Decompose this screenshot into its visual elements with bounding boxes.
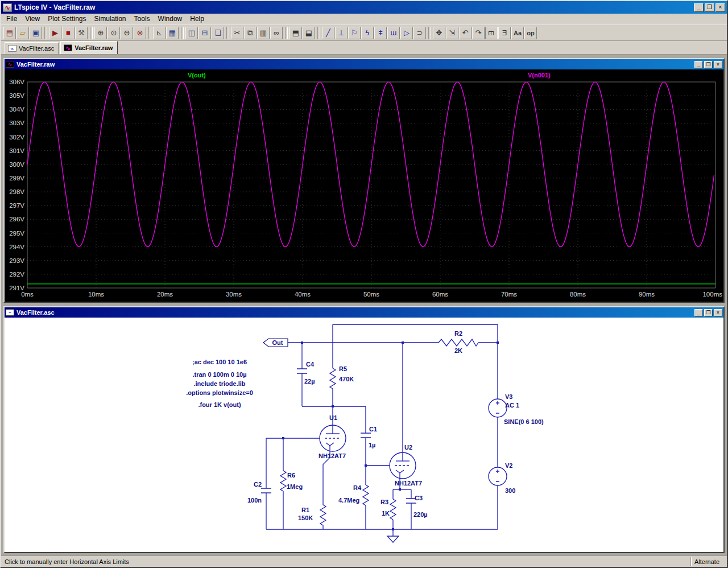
label-C1-value[interactable]: 1µ	[369, 442, 375, 448]
undo-button[interactable]: ↶	[459, 27, 471, 39]
capacitor-button[interactable]: ǂ	[374, 27, 387, 39]
cut-button[interactable]: ✂	[231, 27, 243, 39]
label-C4-value[interactable]: 22µ	[304, 378, 315, 385]
label-U2-value[interactable]: NH12AT7	[395, 480, 422, 487]
schematic-window-titlebar[interactable]: ⌁ VacFilter.asc _ ❐ ×	[5, 307, 723, 318]
print-button[interactable]: ⬒	[289, 27, 302, 39]
label-V2-value[interactable]: 300	[505, 487, 515, 494]
triode-U1[interactable]: U1 NH12AT7	[318, 414, 346, 505]
zoom-out-button[interactable]: ⊖	[121, 27, 133, 39]
ground-button[interactable]: ⊥	[335, 27, 348, 39]
label-R6-value[interactable]: 1Meg	[287, 483, 303, 490]
paste-button[interactable]: ▥	[257, 27, 270, 39]
text-button[interactable]: Aa	[511, 27, 524, 39]
drag-button[interactable]: ⇲	[446, 27, 458, 39]
inductor-button[interactable]: ɯ	[387, 27, 400, 39]
waveform-restore-button[interactable]: ❐	[704, 61, 713, 68]
resistor-R1[interactable]: R1 150K	[298, 505, 326, 525]
capacitor-C3[interactable]: C3 220µ	[406, 495, 428, 518]
redo-button[interactable]: ↷	[472, 27, 485, 39]
label-U2-ref[interactable]: U2	[404, 444, 412, 451]
spice-directive-3[interactable]: .include triode.lib	[193, 380, 245, 387]
schematic-canvas[interactable]: Out ;ac dec 100 10 1e6 .tran 0 100m 0 10…	[5, 318, 723, 552]
control-panel-button[interactable]: ⚒	[75, 27, 88, 39]
label-U1-ref[interactable]: U1	[329, 414, 337, 421]
cascade-windows-button[interactable]: ❏	[212, 27, 224, 39]
plot-settings-button[interactable]: ▦	[166, 27, 179, 39]
tab-vacfilter-asc[interactable]: ⌁VacFilter.asc	[5, 42, 59, 54]
waveform-close-button[interactable]: ×	[714, 61, 722, 68]
tile-vertical-button[interactable]: ◫	[185, 27, 198, 39]
zoom-area-button[interactable]: ⊙	[107, 27, 120, 39]
menu-tools[interactable]: Tools	[130, 14, 154, 24]
diode-button[interactable]: ▷	[400, 27, 413, 39]
label-R1-ref[interactable]: R1	[301, 507, 309, 513]
label-R4-ref[interactable]: R4	[353, 484, 362, 491]
restore-button[interactable]: ❐	[705, 3, 714, 12]
resistor-R2[interactable]: R2 2K	[439, 330, 478, 354]
wire-mode-button[interactable]: ╱	[322, 27, 334, 39]
close-button[interactable]: ×	[715, 3, 725, 12]
label-C1-ref[interactable]: C1	[369, 426, 377, 433]
titlebar[interactable]: ∿ LTspice IV - VacFilter.raw _ ❐ ×	[1, 1, 727, 14]
menu-plot-settings[interactable]: Plot Settings	[44, 14, 90, 24]
waveform-window-titlebar[interactable]: ∿ VacFilter.raw _ ❐ ×	[5, 59, 723, 69]
zoom-full-extents-button[interactable]: ⊗	[134, 27, 146, 39]
capacitor-C2[interactable]: C2 100n	[247, 481, 271, 504]
resistor-R4[interactable]: R4 4.7Meg	[338, 484, 369, 505]
new-schematic-button[interactable]: ▤	[3, 27, 16, 39]
spice-directive-4[interactable]: .options plotwinsize=0	[186, 389, 253, 396]
mirror-button[interactable]: Ǝ	[498, 27, 511, 39]
spice-directive-1[interactable]: ;ac dec 100 10 1e6	[192, 359, 247, 365]
schematic-restore-button[interactable]: ❐	[704, 309, 713, 316]
label-R2-ref[interactable]: R2	[454, 330, 462, 337]
label-R5-value[interactable]: 470K	[339, 376, 354, 382]
run-button[interactable]: ▶	[49, 27, 61, 39]
rotate-button[interactable]: E	[485, 27, 498, 39]
spice-directive-2[interactable]: .tran 0 100m 0 10µ	[192, 371, 246, 378]
label-R4-value[interactable]: 4.7Meg	[338, 497, 359, 504]
label-R6-ref[interactable]: R6	[287, 472, 295, 479]
autorange-y-button[interactable]: ⊾	[153, 27, 166, 39]
print-preview-button[interactable]: ⬓	[303, 27, 315, 39]
trace-legend-vn001[interactable]: V(n001)	[528, 72, 551, 79]
label-R1-value[interactable]: 150K	[298, 515, 313, 521]
label-R5-ref[interactable]: R5	[339, 365, 347, 372]
tab-vacfilter-raw[interactable]: ∿VacFilter.raw	[60, 41, 118, 54]
resistor-R6[interactable]: R6 1Meg	[280, 471, 303, 491]
label-V3-value[interactable]: AC 1	[505, 402, 519, 409]
menu-simulation[interactable]: Simulation	[90, 14, 130, 24]
spice-directive-5[interactable]: .four 1K v(out)	[198, 401, 241, 408]
net-flag-out[interactable]: Out	[263, 339, 288, 347]
label-R2-value[interactable]: 2K	[454, 347, 462, 354]
capacitor-C1[interactable]: C1 1µ	[361, 426, 377, 448]
copy-button[interactable]: ⧉	[244, 27, 257, 39]
menu-file[interactable]: File	[2, 14, 21, 24]
voltage-source-V2[interactable]: V2 300	[489, 462, 515, 494]
net-label-button[interactable]: ⚐	[348, 27, 361, 39]
resistor-R5[interactable]: R5 470K	[330, 365, 354, 389]
save-button[interactable]: ▣	[30, 27, 42, 39]
trace-legend-vout[interactable]: V(out)	[188, 72, 206, 79]
component-button[interactable]: ⊃	[413, 27, 426, 39]
menu-window[interactable]: Window	[154, 14, 187, 24]
menu-help[interactable]: Help	[186, 14, 208, 24]
label-C2-ref[interactable]: C2	[254, 481, 262, 488]
zoom-in-button[interactable]: ⊕	[94, 27, 107, 39]
waveform-plot[interactable]: 306V305V304V303V302V301V300V299V298V297V…	[5, 69, 723, 302]
spice-directives[interactable]: ;ac dec 100 10 1e6 .tran 0 100m 0 10µ .i…	[186, 359, 253, 408]
minimize-button[interactable]: _	[694, 3, 704, 12]
label-V3-ref[interactable]: V3	[505, 393, 512, 400]
schematic-minimize-button[interactable]: _	[694, 309, 703, 316]
label-C3-ref[interactable]: C3	[415, 495, 423, 501]
label-C3-value[interactable]: 220µ	[413, 511, 428, 518]
label-C2-value[interactable]: 100n	[247, 497, 262, 504]
label-U1-value[interactable]: NH12AT7	[318, 452, 346, 459]
open-button[interactable]: ▱	[16, 27, 29, 39]
waveform-minimize-button[interactable]: _	[694, 61, 703, 68]
label-R3-value[interactable]: 1K	[382, 510, 390, 517]
move-button[interactable]: ✥	[433, 27, 445, 39]
label-V3-value2[interactable]: SINE(0 6 100)	[504, 418, 544, 425]
triode-U2[interactable]: U2 NH12AT7	[390, 444, 422, 489]
label-V2-ref[interactable]: V2	[505, 462, 512, 469]
